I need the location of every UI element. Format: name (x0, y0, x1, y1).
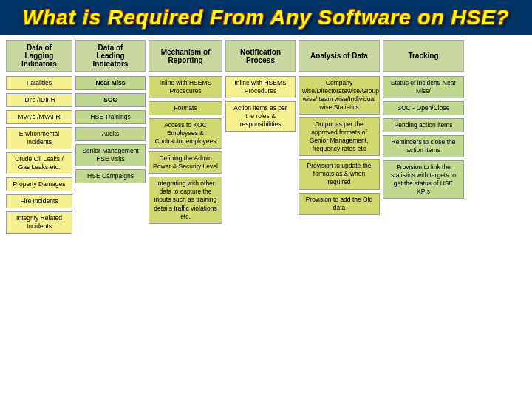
list-item: Company wise/Directoratewise/Group wise/… (299, 76, 380, 115)
list-item: Property Damages (6, 177, 72, 191)
page-title: What is Required From Any Software on HS… (7, 6, 525, 30)
header-tracking: Tracking (383, 40, 464, 72)
list-item: SOC (75, 93, 146, 107)
list-item: MVA's /MVAFR (6, 110, 72, 124)
list-item: Defining the Admin Power & Security Leve… (149, 151, 222, 174)
list-item: Integrating with other data to capture t… (149, 177, 222, 223)
list-item: IDI's /IDIFR (6, 93, 72, 107)
column-headers: Data of Lagging Indicators Data of Leadi… (6, 40, 526, 72)
list-item: Pending action items (383, 118, 464, 132)
list-item: Formats (149, 101, 222, 115)
title-banner: What is Required From Any Software on HS… (0, 0, 532, 35)
page: What is Required From Any Software on HS… (0, 0, 532, 399)
list-item: Provision to update the formats as & whe… (299, 159, 380, 189)
list-item: Output as per the approved formats of Se… (299, 117, 380, 156)
list-item: Integrity Related Incidents (6, 211, 72, 233)
columns-body: Fatalities IDI's /IDIFR MVA's /MVAFR Env… (6, 76, 526, 234)
list-item: Status of incident/ Near Miss/ (383, 76, 464, 98)
list-item: Provision to link the statistics with ta… (383, 160, 464, 199)
header-mechanism: Mechanism of Reporting (149, 40, 222, 72)
list-item: Environmental Incidents (6, 127, 72, 149)
list-item: HSE Campaigns (75, 169, 146, 183)
list-item: Audits (75, 127, 146, 141)
list-item: Senior Management HSE visits (75, 144, 146, 166)
list-item: Near Miss (75, 76, 146, 90)
column-leading: Near Miss SOC HSE Trainings Audits Senio… (75, 76, 146, 183)
column-notification: Inline with HSEMS Procedures Action item… (225, 76, 296, 132)
list-item: Access to KOC Employees & Contractor emp… (149, 118, 222, 149)
column-mechanism: Inline with HSEMS Procecures Formats Acc… (149, 76, 222, 224)
list-item: Action items as per the roles & responsi… (225, 101, 296, 132)
list-item: Inline with HSEMS Procedures (225, 76, 296, 98)
column-analysis: Company wise/Directoratewise/Group wise/… (299, 76, 380, 215)
list-item: Inline with HSEMS Procecures (149, 76, 222, 98)
list-item: HSE Trainings (75, 110, 146, 124)
header-analysis: Analysis of Data (299, 40, 380, 72)
header-notification: Notification Process (225, 40, 296, 72)
list-item: Fire Incidents (6, 194, 72, 208)
header-leading: Data of Leading Indicators (75, 40, 146, 72)
column-lagging: Fatalities IDI's /IDIFR MVA's /MVAFR Env… (6, 76, 72, 234)
column-tracking: Status of incident/ Near Miss/ SOC - Ope… (383, 76, 464, 199)
header-lagging: Data of Lagging Indicators (6, 40, 72, 72)
main-content: Data of Lagging Indicators Data of Leadi… (0, 35, 532, 239)
list-item: Reminders to close the action items (383, 135, 464, 157)
list-item: Crude Oil Leaks / Gas Leaks etc. (6, 152, 72, 174)
list-item: SOC - Open/Close (383, 101, 464, 115)
list-item: Provision to add the Old data (299, 193, 380, 215)
list-item: Fatalities (6, 76, 72, 90)
